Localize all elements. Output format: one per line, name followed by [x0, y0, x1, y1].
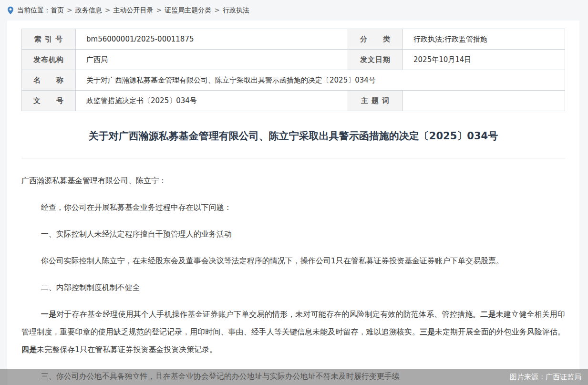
breadcrumb-link-1[interactable]: 首页 [51, 6, 64, 14]
image-source-label: 图片来源：广西证监局 [510, 369, 581, 385]
issuing-agency-label: 发布机构 [22, 50, 76, 70]
document-paragraphs: 广西瀚源私募基金管理有限公司、陈立宁：经查，你公司在开展私募基金业务过程中存在以… [21, 172, 565, 385]
document-paragraph: 二、内部控制制度机制不健全 [21, 279, 565, 296]
index-number-value: bm56000001/2025-00011875 [76, 29, 348, 50]
table-row: 文 号 政监管措施决定书〔2025〕034号 主 题 词 [22, 91, 565, 111]
breadcrumb-link-5[interactable]: 行政执法 [223, 6, 249, 14]
table-row: 发布机构 广西局 发文日期 2025年10月14日 [22, 50, 565, 70]
breadcrumb-separator: > [156, 6, 162, 14]
document-name-label: 名 称 [22, 70, 76, 91]
document-paragraph: 一是对于存在基金经理使用其个人手机操作基金证券账户下单交易的情形，未对可能存在的… [21, 305, 565, 358]
category-label: 分 类 [348, 29, 403, 50]
document-paragraph: 你公司实际控制人陈立宁，在未经股东会及董事会决议等法定程序的情况下，操作公司1只… [21, 252, 565, 270]
document-name-value: 关于对广西瀚源私募基金管理有限公司、陈立宁采取出具警示函措施的决定〔2025〕0… [76, 70, 565, 91]
document-number-value: 政监管措施决定书〔2025〕034号 [76, 91, 348, 111]
breadcrumb-label: 当前位置： [17, 6, 51, 15]
breadcrumb-items: 首页>政务信息>主动公开目录>证监局主题分类>行政执法 [51, 6, 249, 15]
breadcrumb-link-4[interactable]: 证监局主题分类 [165, 6, 211, 14]
issue-date-label: 发文日期 [348, 50, 403, 70]
breadcrumb-link-3[interactable]: 主动公开目录 [113, 6, 153, 14]
breadcrumb-link-2[interactable]: 政务信息 [75, 6, 102, 14]
image-source-bar: 图片来源：广西证监局 [0, 369, 588, 385]
location-pin-icon [7, 6, 14, 15]
issue-date-value: 2025年10月14日 [403, 50, 565, 70]
table-row: 名 称 关于对广西瀚源私募基金管理有限公司、陈立宁采取出具警示函措施的决定〔20… [22, 70, 565, 91]
title-divider [21, 158, 565, 158]
subject-words-label: 主 题 词 [348, 91, 403, 111]
document-info-table: 索 引 号 bm56000001/2025-00011875 分 类 行政执法;… [21, 29, 565, 111]
breadcrumb: 当前位置： 首页>政务信息>主动公开目录>证监局主题分类>行政执法 [0, 0, 588, 21]
category-value: 行政执法;行政监管措施 [403, 29, 565, 50]
document-card: 索 引 号 bm56000001/2025-00011875 分 类 行政执法;… [7, 21, 579, 385]
document-paragraph: 广西瀚源私募基金管理有限公司、陈立宁： [21, 172, 565, 189]
document-paragraph: 经查，你公司在开展私募基金业务过程中存在以下问题： [21, 198, 565, 216]
breadcrumb-separator: > [67, 6, 72, 14]
index-number-label: 索 引 号 [22, 29, 76, 50]
issuing-agency-value: 广西局 [76, 50, 348, 70]
breadcrumb-separator: > [214, 6, 220, 14]
page-title: 关于对广西瀚源私募基金管理有限公司、陈立宁采取出具警示函措施的决定〔2025〕0… [21, 129, 565, 143]
document-paragraph: 一、实际控制人未经法定程序擅自干预管理人的业务活动 [21, 225, 565, 243]
document-number-label: 文 号 [22, 91, 76, 111]
table-row: 索 引 号 bm56000001/2025-00011875 分 类 行政执法;… [22, 29, 565, 50]
breadcrumb-separator: > [105, 6, 111, 14]
subject-words-value [403, 91, 565, 111]
